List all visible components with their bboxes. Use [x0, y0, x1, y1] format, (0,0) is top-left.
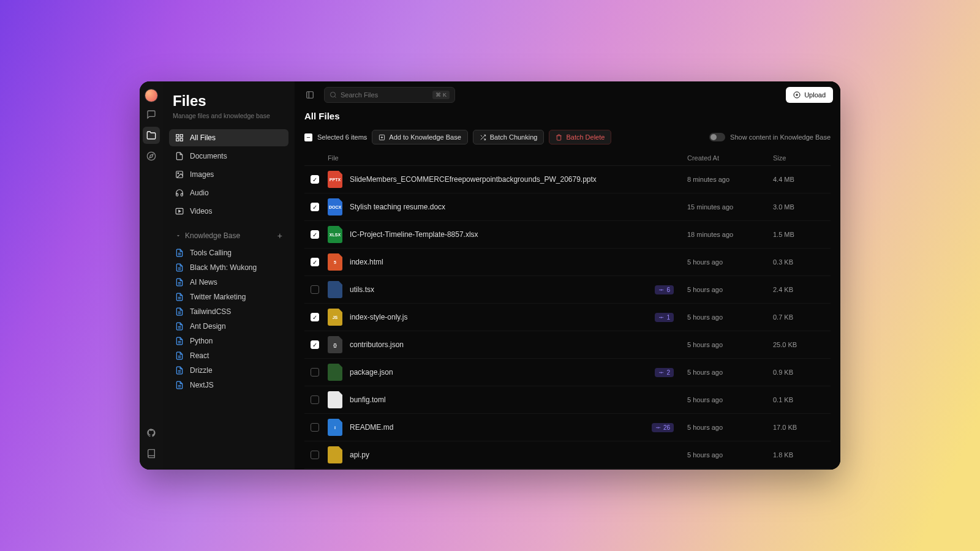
add-to-kb-button[interactable]: Add to Knowledge Base — [372, 130, 467, 144]
nav-videos[interactable]: Videos — [169, 203, 288, 220]
collapse-sidebar-button[interactable] — [302, 87, 318, 103]
kb-item[interactable]: React — [169, 348, 288, 363]
file-row[interactable]: M↓index.mdx135 hours ago5.4 KB — [304, 469, 831, 470]
avatar[interactable] — [145, 89, 158, 102]
svg-marker-9 — [179, 210, 181, 212]
kb-item[interactable]: Tools Calling — [169, 246, 288, 260]
file-icon: i — [328, 419, 342, 436]
doc-icon — [175, 381, 184, 389]
file-icon — [328, 446, 342, 463]
file-row[interactable]: 5index.html5 hours ago0.3 KB — [304, 249, 831, 276]
file-size: 0.9 KB — [773, 369, 824, 376]
kb-item[interactable]: Twitter Marketing — [169, 290, 288, 304]
file-row[interactable]: utils.tsx65 hours ago2.4 KB — [304, 276, 831, 304]
kb-item[interactable]: Ant Design — [169, 319, 288, 334]
rail-docs[interactable] — [143, 445, 160, 462]
nav-images[interactable]: Images — [169, 166, 288, 183]
rail-github[interactable] — [143, 424, 160, 441]
svg-point-50 — [660, 372, 661, 373]
row-checkbox[interactable] — [311, 423, 319, 432]
upload-button[interactable]: Upload — [786, 87, 833, 103]
row-checkbox[interactable] — [311, 258, 319, 266]
row-checkbox[interactable] — [311, 285, 319, 294]
col-created[interactable]: Created At — [687, 154, 773, 162]
search-icon — [330, 91, 337, 99]
doc-icon — [175, 322, 184, 331]
kb-item[interactable]: TailwindCSS — [169, 304, 288, 319]
svg-point-49 — [661, 372, 662, 373]
table-header: File Created At Size — [304, 151, 831, 166]
file-row[interactable]: api.py5 hours ago1.8 KB — [304, 441, 831, 469]
page-title: Files — [169, 92, 288, 110]
file-size: 1.5 MB — [773, 231, 824, 238]
svg-point-52 — [657, 427, 658, 428]
row-checkbox[interactable] — [311, 340, 319, 349]
row-checkbox[interactable] — [311, 313, 319, 321]
svg-rect-3 — [180, 135, 183, 137]
row-checkbox[interactable] — [311, 395, 319, 404]
file-created: 5 hours ago — [687, 258, 773, 266]
file-name: contributors.json — [350, 340, 687, 349]
file-size: 2.4 KB — [773, 286, 824, 293]
doc-icon — [175, 263, 184, 272]
row-checkbox[interactable] — [311, 203, 319, 211]
file-icon — [328, 391, 342, 408]
col-file[interactable]: File — [328, 154, 687, 162]
file-size: 0.7 KB — [773, 313, 824, 321]
rail-files[interactable] — [143, 127, 160, 144]
toggle-label: Show content in Knowledge Base — [730, 133, 831, 141]
svg-point-45 — [663, 289, 664, 290]
file-icon: XLSX — [328, 226, 342, 243]
sidebar: Files Manage files and knowledge base Al… — [163, 81, 295, 470]
col-size[interactable]: Size — [773, 154, 824, 162]
file-icon: DOCX — [328, 198, 342, 216]
search-box[interactable]: ⌘ K — [324, 87, 455, 103]
kb-item[interactable]: NextJS — [169, 378, 288, 392]
row-checkbox[interactable] — [311, 230, 319, 239]
chunk-badge: 2 — [655, 368, 674, 377]
search-input[interactable] — [341, 91, 429, 99]
kb-item[interactable]: Python — [169, 334, 288, 348]
svg-line-42 — [481, 135, 482, 136]
file-size: 0.3 KB — [773, 258, 824, 266]
kb-item[interactable]: Drizzle — [169, 363, 288, 378]
file-name: index.html — [350, 258, 687, 266]
topbar: ⌘ K Upload — [295, 81, 840, 108]
file-row[interactable]: JSindex-style-only.js15 hours ago0.7 KB — [304, 304, 831, 331]
row-checkbox[interactable] — [311, 368, 319, 377]
file-name: SlideMembers_ECOMMERCEfreepowerpointback… — [350, 175, 687, 184]
kb-item[interactable]: AI News — [169, 275, 288, 290]
batch-delete-button[interactable]: Batch Delete — [549, 130, 611, 144]
file-name: Stylish teaching resume.docx — [350, 203, 687, 211]
doc-icon — [175, 351, 184, 360]
file-row[interactable]: PPTXSlideMembers_ECOMMERCEfreepowerpoint… — [304, 166, 831, 193]
row-checkbox[interactable] — [311, 175, 319, 184]
kb-header[interactable]: Knowledge Base + — [169, 226, 288, 246]
file-name: bunfig.toml — [350, 395, 687, 404]
file-row[interactable]: DOCXStylish teaching resume.docx15 minut… — [304, 193, 831, 221]
file-name: index-style-only.js — [350, 313, 655, 321]
svg-point-46 — [661, 317, 662, 318]
select-all-checkbox[interactable] — [304, 133, 312, 141]
file-row[interactable]: XLSXIC-Project-Timeline-Template-8857.xl… — [304, 221, 831, 249]
doc-icon — [175, 337, 184, 345]
chunk-icon — [480, 134, 486, 141]
row-checkbox[interactable] — [311, 451, 319, 459]
nav-documents[interactable]: Documents — [169, 148, 288, 165]
kb-add-button[interactable]: + — [277, 231, 282, 241]
upload-icon — [793, 91, 801, 99]
nav-audio[interactable]: Audio — [169, 184, 288, 201]
kb-item[interactable]: Black Myth: Wukong — [169, 260, 288, 275]
rail-chat[interactable] — [143, 106, 160, 123]
file-created: 5 hours ago — [687, 341, 773, 348]
file-row[interactable]: package.json25 hours ago0.9 KB — [304, 359, 831, 386]
rail-compass[interactable] — [143, 148, 160, 165]
batch-chunking-button[interactable]: Batch Chunking — [473, 130, 545, 144]
file-row[interactable]: bunfig.toml5 hours ago0.1 KB — [304, 386, 831, 414]
file-icon — [328, 281, 342, 298]
file-row[interactable]: {}contributors.json5 hours ago25.0 KB — [304, 331, 831, 359]
show-kb-toggle[interactable] — [709, 133, 725, 141]
file-row[interactable]: iREADME.md265 hours ago17.0 KB — [304, 414, 831, 441]
nav-all-files[interactable]: All Files — [169, 129, 288, 146]
chunk-badge: 6 — [655, 285, 674, 294]
